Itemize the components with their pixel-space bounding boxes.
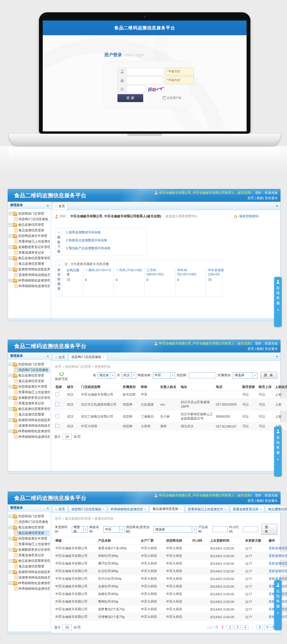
sidebar-item-label[interactable]: 食品追溯信息更新: [18, 379, 44, 383]
online-service-tab[interactable]: 在线客服 «: [274, 426, 282, 477]
sidebar-group-label[interactable]: 种养殖精细化追溯管理: [18, 278, 50, 283]
sidebar-item[interactable]: 查看审核已上传追溯文件: [14, 541, 50, 547]
username-input[interactable]: [127, 68, 163, 75]
row-checkbox[interactable]: [55, 392, 59, 396]
sidebar-item-label[interactable]: 食品追溯信息预警: [18, 564, 44, 569]
row-checkbox[interactable]: [55, 414, 59, 418]
sidebar-item-label[interactable]: 追溯查询终端在线状态: [18, 273, 50, 277]
tab-change-records[interactable]: 查看追溯变更记录: [230, 506, 264, 512]
time-select[interactable]: 请选择: [72, 526, 88, 533]
expand-icon[interactable]: [9, 223, 12, 226]
expand-icon[interactable]: [9, 363, 12, 366]
captcha-image[interactable]: H G r Y: [148, 85, 166, 93]
captcha-input[interactable]: [127, 85, 145, 93]
tab-home[interactable]: 首页: [52, 202, 68, 210]
sidebar-group-label[interactable]: 食品追溯信息管理: [18, 223, 44, 227]
column-header[interactable]: 负责人姓名: [159, 383, 180, 391]
close-icon[interactable]: [180, 507, 181, 511]
sidebar-group-row[interactable]: 供货商追溯文件管理: [9, 384, 50, 389]
sidebar-group-row[interactable]: 追溯数据变更记录管理: [9, 395, 50, 401]
search-button[interactable]: 搜 索: [260, 372, 277, 379]
sidebar-group-label[interactable]: 食品追溯信息管理: [18, 373, 44, 378]
sidebar-group-label[interactable]: 供货商或门店管理: [18, 514, 44, 518]
remember-username[interactable]: 记住用户名: [163, 96, 182, 100]
sidebar-item-label[interactable]: 种养殖精细化追溯信息: [18, 435, 50, 439]
sidebar-group-label[interactable]: 食品追溯信息预警管理: [18, 256, 50, 260]
column-header[interactable]: 选择: [54, 383, 66, 391]
sidebar-group-row[interactable]: 供货商追溯文件管理: [9, 536, 50, 541]
sidebar-item-label[interactable]: 查看追溯变更记录: [18, 250, 44, 255]
sidebar-group-row[interactable]: 食品追溯信息预警管理: [9, 406, 50, 412]
column-header[interactable]: 上架状态: [274, 383, 287, 391]
sidebar-collapse-icon[interactable]: «: [47, 204, 49, 207]
tab-breeding-info[interactable]: 种养殖精细化追溯信息: [108, 506, 149, 512]
sidebar-group-row[interactable]: 食品追溯信息管理: [9, 373, 50, 378]
sidebar-item-label[interactable]: 供货商/门店信息修改: [18, 520, 48, 524]
sidebar-group-label[interactable]: 追溯查询终端在线监测: [18, 418, 50, 422]
sidebar-group-label[interactable]: 食品追溯信息预警管理: [18, 407, 50, 411]
sidebar-group-row[interactable]: 种养殖精细化追溯管理: [9, 580, 50, 586]
template-link[interactable]: 1.蔬果追溯数据示例表格: [66, 230, 110, 235]
sidebar-item-label[interactable]: 食品追溯信息更新: [18, 228, 44, 233]
sidebar-item[interactable]: 供货商/门店信息修改: [14, 519, 50, 525]
column-header[interactable]: 能否更新: [241, 383, 257, 391]
expand-icon[interactable]: [9, 257, 12, 260]
column-header[interactable]: 城市: [66, 383, 80, 391]
supplier-input[interactable]: [189, 372, 216, 378]
sidebar-item[interactable]: 食品追溯信息预警: [14, 564, 50, 569]
password-input[interactable]: [127, 77, 163, 84]
sidebar-item-label[interactable]: 食品追溯信息更新: [18, 531, 44, 535]
sidebar-item[interactable]: 查看审核已上传追溯文件: [14, 239, 50, 244]
column-header[interactable]: 供货商名称: [165, 537, 191, 545]
sidebar-group-label[interactable]: 追溯查询终端在线监测: [18, 570, 50, 574]
tab-trace-update[interactable]: 食品追溯信息更新: [150, 505, 184, 512]
collapse-tabs-button[interactable]: [276, 506, 278, 511]
tab-supplier-edit[interactable]: 供货商/门店信息修改: [69, 506, 107, 512]
sidebar-group-row[interactable]: 供货商或门店管理: [9, 211, 50, 216]
column-header[interactable]: 所属类别: [122, 383, 140, 391]
expand-icon[interactable]: [9, 407, 12, 411]
close-icon[interactable]: [260, 507, 262, 511]
sidebar-group-row[interactable]: 种养殖精细化追溯管理: [9, 278, 50, 283]
page-number[interactable]: ...: [250, 625, 255, 630]
sidebar-item[interactable]: 食品追溯信息预警: [14, 412, 50, 417]
online-service-tab[interactable]: 在线客服 «: [274, 580, 282, 630]
column-header[interactable]: 生产厂家: [140, 537, 165, 545]
column-header[interactable]: PLU码: [191, 537, 209, 545]
sidebar-group-label[interactable]: 种养殖精细化追溯管理: [18, 429, 50, 433]
sidebar-item-label[interactable]: 食品追溯信息预警: [18, 262, 44, 266]
expand-icon[interactable]: [9, 582, 12, 585]
column-header[interactable]: 商超: [54, 537, 97, 545]
column-header[interactable]: 门店或供货商: [80, 383, 122, 391]
sidebar-group-row[interactable]: 食品追溯信息管理: [9, 525, 50, 530]
store-select[interactable]: 中百: [103, 526, 124, 533]
sidebar-item[interactable]: 食品追溯信息更新: [14, 378, 50, 384]
sidebar-group-row[interactable]: 食品追溯信息管理: [9, 222, 50, 228]
expand-icon[interactable]: [9, 430, 12, 433]
plu-input[interactable]: [243, 526, 258, 532]
expand-icon[interactable]: [9, 570, 12, 574]
sidebar-item-label[interactable]: 查看审核已上传追溯文件: [18, 239, 50, 244]
sidebar-group-label[interactable]: 种养殖精细化追溯管理: [18, 581, 50, 585]
sidebar-group-label[interactable]: 追溯查询终端在线监测: [18, 267, 50, 272]
sidebar-group-row[interactable]: 种养殖精细化追溯管理: [9, 428, 50, 434]
sidebar-item[interactable]: 种养殖精细化追溯信息: [14, 283, 50, 289]
expand-icon[interactable]: [9, 234, 12, 238]
category-select[interactable]: 请选择: [233, 372, 257, 379]
close-icon[interactable]: [102, 355, 104, 359]
sidebar-group-row[interactable]: 供货商或门店管理: [9, 362, 50, 367]
sidebar-group-row[interactable]: 供货商追溯文件管理: [9, 233, 50, 239]
expand-icon[interactable]: [9, 418, 12, 422]
province-select[interactable]: 湖北省: [98, 372, 115, 379]
sidebar-item[interactable]: 查看审核已上传追溯文件: [14, 389, 50, 395]
login-button[interactable]: 登 录: [117, 94, 143, 102]
sidebar-group-label[interactable]: 供货商或门店管理: [18, 362, 44, 367]
sidebar-collapse-icon[interactable]: «: [47, 506, 49, 510]
sidebar-group-label[interactable]: 供货商追溯文件管理: [18, 536, 47, 541]
template-link[interactable]: 3.预包装产品追溯数据示例表格: [66, 246, 110, 250]
online-service-tab[interactable]: 在线客服 «: [274, 277, 282, 327]
page-number[interactable]: 4: [242, 625, 248, 630]
sidebar-group-label[interactable]: 追溯数据变更记录管理: [18, 548, 50, 552]
sidebar-group-row[interactable]: 追溯数据变更记录管理: [9, 547, 50, 553]
sidebar-group-row[interactable]: 追溯数据变更记录管理: [9, 244, 50, 250]
